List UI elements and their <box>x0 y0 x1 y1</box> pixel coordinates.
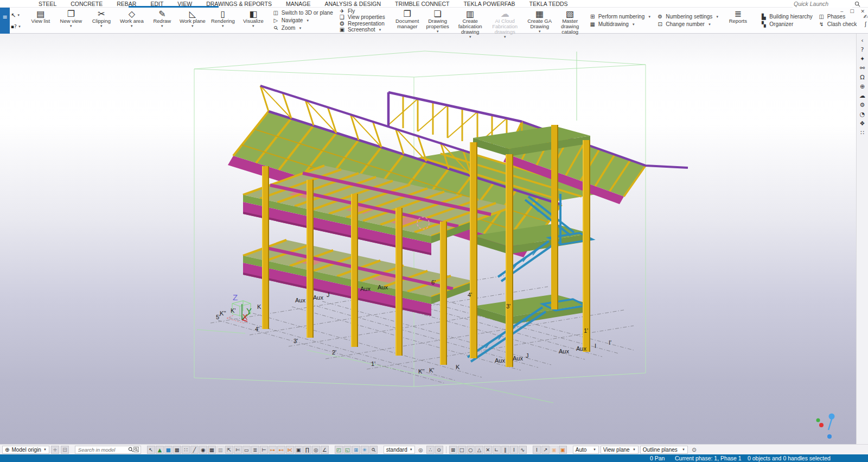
snap-auto-switch[interactable]: ▣ <box>559 446 567 454</box>
select-weld-objects-switch[interactable]: ◎ <box>312 446 320 454</box>
snap-depth-dropdown[interactable]: Auto ▼ <box>573 446 599 454</box>
redraw-button[interactable]: ✎ Redraw ▼ <box>147 8 177 33</box>
rendering-button[interactable]: ▯ Rendering ▼ <box>208 8 238 33</box>
outline-planes-dropdown[interactable]: Outline planes ▼ <box>640 446 688 454</box>
select-chamfers-switch[interactable]: ⇱ <box>225 446 233 454</box>
snap-plane-switch[interactable]: ▣ <box>550 446 558 454</box>
snap-circle-points-switch[interactable]: ○ <box>467 446 475 454</box>
drawing-properties-button[interactable]: ❏ Drawing properties ▼ <box>423 8 453 33</box>
select-parts-switch[interactable]: ■ <box>164 446 173 454</box>
select-joints-switch[interactable]: ⋉ <box>286 446 294 454</box>
search-input[interactable] <box>77 446 128 453</box>
snap-override-button[interactable]: ◎ <box>417 446 425 454</box>
drawings-panel-button[interactable]: ◔ <box>857 110 868 119</box>
work-area-button[interactable]: ◇ Work area ▼ <box>117 8 147 33</box>
view-properties-button[interactable]: ❑ View properties <box>337 14 386 21</box>
snap-end-points-switch[interactable]: ⊠ <box>449 446 457 454</box>
model-origin-dropdown[interactable]: ⊕ Model origin ▼ <box>2 446 49 454</box>
new-view-button[interactable]: ❐ New view ▼ <box>56 8 86 33</box>
master-drawing-catalog-button[interactable]: ▧ Master drawing catalog <box>555 8 585 33</box>
snap-midpoints-switch[interactable]: △ <box>475 446 483 454</box>
tab-tekla-tedds[interactable]: TEKLA TEDDS <box>522 0 575 8</box>
visibility-eye-button[interactable]: ⊙ <box>690 446 699 454</box>
snap-lines-switch[interactable]: Ⅰ <box>510 446 518 454</box>
snap-center-points-switch[interactable]: □ <box>458 446 466 454</box>
select-surfaces-switch[interactable]: ▩ <box>173 446 181 454</box>
select-tool-button[interactable]: ↖▼ <box>11 12 21 19</box>
select-distances-switch[interactable]: ≣ <box>251 446 259 454</box>
selection-filter-dropdown[interactable]: standard ▼ <box>384 446 415 454</box>
fly-button[interactable]: ✈ Fly <box>337 8 386 15</box>
navigation-gizmo[interactable] <box>816 414 835 439</box>
select-components-switch[interactable]: ▲ <box>156 446 164 454</box>
tekla-community-button[interactable]: ⚯ <box>857 64 868 73</box>
select-filter-grid-switch[interactable]: ⊞ <box>352 446 360 454</box>
select-all-switch[interactable]: ↖ <box>147 446 155 454</box>
walk-tool-button[interactable]: ʃ <box>861 21 868 28</box>
magnify-selection-switch[interactable]: ⚲ <box>369 446 378 454</box>
model-3d-view[interactable]: ZYXK''K'5'KAuxAuxJAuxAux4'3'2'1'K''K'KAu… <box>0 34 856 444</box>
reports-button[interactable]: ≣ Reports <box>723 8 753 33</box>
change-number-button[interactable]: ⊡ Change number ▼ <box>655 21 720 28</box>
trimble-connect-button[interactable]: ☁ <box>857 91 868 100</box>
select-lines-switch[interactable]: ╱ <box>190 446 199 454</box>
snap-nearest-switch[interactable]: ∿ <box>519 446 527 454</box>
select-objects-in-components-switch[interactable]: ◰ <box>335 446 343 454</box>
clipping-button[interactable]: ✂ Clipping ▼ <box>86 8 117 33</box>
building-hierarchy-button[interactable]: ▙ Building hierarchy <box>759 13 814 21</box>
minimize-button[interactable]: – <box>840 9 843 14</box>
representation-button[interactable]: ❂ Representation <box>337 21 386 27</box>
screenshot-button[interactable]: ▣ Screenshot ▼ <box>337 27 386 33</box>
snap-parallel-switch[interactable]: ∥ <box>501 446 509 454</box>
tab-manage[interactable]: MANAGE <box>279 0 318 8</box>
tab-tekla-powerfab[interactable]: TEKLA POWERFAB <box>456 0 522 8</box>
select-points-switch[interactable]: ∷ <box>182 446 190 454</box>
tekla-online-button[interactable]: ⊕ <box>857 82 868 91</box>
search-options-icon[interactable] <box>133 447 139 452</box>
snap-plane-dropdown[interactable]: View plane ▼ <box>601 446 639 454</box>
add-origin-button[interactable]: + <box>51 446 59 454</box>
perform-numbering-button[interactable]: ⊞ Perform numbering ▼ <box>588 13 653 21</box>
view-list-button[interactable]: ▤ View list <box>25 8 56 33</box>
tab-steel[interactable]: STEEL <box>31 0 63 8</box>
document-manager-button[interactable]: ❒ Document manager <box>392 8 423 33</box>
select-pattern-switch[interactable]: ✳ <box>361 446 369 454</box>
snap-free-switch[interactable]: Ⅰ <box>533 446 541 454</box>
multidrawing-button[interactable]: ▦ Multidrawing ▼ <box>588 21 653 28</box>
snap-cursor-switch[interactable]: ∴ <box>426 446 435 454</box>
select-cuts-switch[interactable]: ✄ <box>234 446 242 454</box>
snap-preview-switch[interactable]: ⊙ <box>435 446 443 454</box>
pane-collapse-button[interactable]: ‹ <box>857 36 868 45</box>
select-planes-switch[interactable]: ⊢ <box>260 446 268 454</box>
select-bent-plates-switch[interactable]: ∠ <box>321 446 329 454</box>
navigate-button[interactable]: ▷ Navigate ▼ <box>271 17 334 24</box>
clash-check-button[interactable]: ↯ Clash check <box>817 21 858 28</box>
select-grids-switch[interactable]: ▦ <box>208 446 216 454</box>
notifications-button[interactable]: Ω <box>857 73 868 82</box>
context-help-button[interactable]: ▪?▼ <box>11 24 21 29</box>
select-objects-in-assemblies-switch[interactable]: ◱ <box>343 446 352 454</box>
numbering-settings-button[interactable]: ⚙ Numbering settings ▼ <box>655 13 720 21</box>
select-views-switch[interactable]: ▭ <box>242 446 251 454</box>
select-grid-lines-switch[interactable]: ▥ <box>216 446 225 454</box>
snap-ortho-switch[interactable]: ↗ <box>541 446 550 454</box>
select-welds-switch[interactable]: ◉ <box>199 446 207 454</box>
quick-launch-input[interactable] <box>793 0 852 8</box>
create-ga-drawing-button[interactable]: ▦ Create GA Drawing ▼ <box>525 8 555 33</box>
organizer-button[interactable]: ▚ Organizer <box>759 21 814 28</box>
select-connections-switch[interactable]: ⊶ <box>269 446 277 454</box>
tab-trimble-connect[interactable]: TRIMBLE CONNECT <box>388 0 456 8</box>
search-icon[interactable] <box>128 447 133 452</box>
switch-to-3d-button[interactable]: ◫ Switch to 3D or plane <box>271 9 334 17</box>
tab-concrete[interactable]: CONCRETE <box>63 0 110 8</box>
settings-button[interactable]: ⚙ <box>857 100 868 110</box>
select-assemblies-switch[interactable]: ▣ <box>295 446 303 454</box>
delete-origin-button[interactable]: ⊟ <box>61 446 69 454</box>
close-button[interactable]: ✕ <box>860 9 865 14</box>
ai-cloud-fabrication-button[interactable]: ☁ AI Cloud Fabrication drawings ▼ <box>486 8 525 33</box>
snap-perpendicular-switch[interactable]: ∟ <box>493 446 501 454</box>
snap-intersections-switch[interactable]: ✕ <box>484 446 492 454</box>
search-icon[interactable] <box>854 1 860 7</box>
maximize-button[interactable]: ☐ <box>850 9 854 14</box>
model-panel-button[interactable]: ❖ <box>857 119 868 128</box>
